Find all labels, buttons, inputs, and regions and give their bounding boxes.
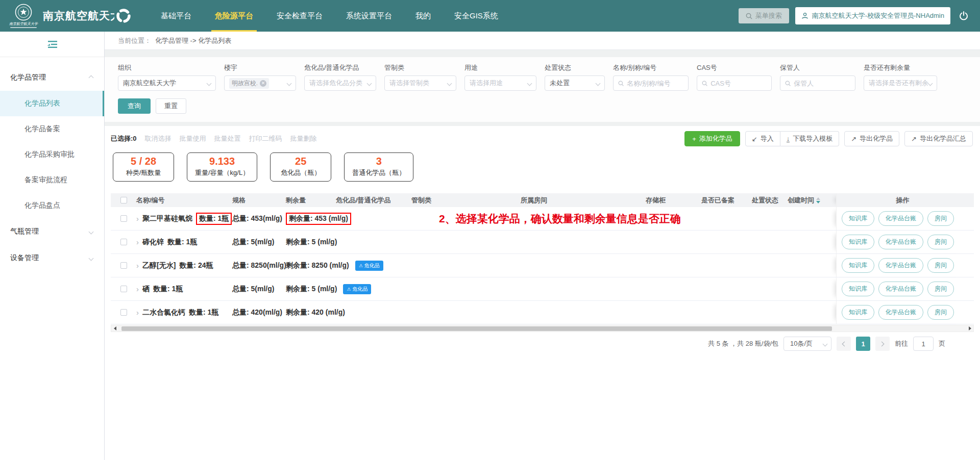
scroll-right-arrow[interactable] — [966, 326, 973, 330]
chemical-ledger-button[interactable]: 化学品台账 — [878, 258, 923, 273]
chemical-ledger-button[interactable]: 化学品台账 — [878, 235, 923, 249]
add-chemical-button[interactable]: + 添加化学品 — [684, 131, 740, 146]
logout-power-icon[interactable] — [959, 11, 969, 21]
sidebar-item-chemical-inventory[interactable]: 化学品盘点 — [0, 193, 104, 218]
expand-row-icon[interactable]: › — [136, 238, 139, 246]
organization-select[interactable]: 南京航空航天大学 — [118, 75, 216, 91]
stat-weight-volume: 9.133 重量/容量（kg/L） — [187, 152, 257, 182]
import-button-group: ↙ 导入 ↓ 下载导入模板 — [745, 131, 839, 146]
sidebar-item-purchase-approval[interactable]: 化学品采购审批 — [0, 142, 104, 167]
has-remaining-select[interactable]: 请选择是否还有剩余 — [864, 75, 937, 91]
print-qrcode-link[interactable]: 打印二维码 — [249, 134, 282, 143]
goto-page-input[interactable] — [913, 337, 934, 351]
horizontal-scrollbar[interactable] — [111, 325, 974, 332]
export-arrow-icon: ↗ — [911, 136, 917, 142]
control-type-select[interactable]: 请选择管制类 — [384, 75, 456, 91]
chemical-ledger-button[interactable]: 化学品台账 — [878, 211, 923, 226]
chemical-ledger-button[interactable]: 化学品台账 — [878, 305, 923, 320]
nav-item-basic-platform[interactable]: 基础平台 — [149, 0, 203, 32]
room-button[interactable]: 房间 — [927, 235, 954, 249]
remove-tag-icon[interactable]: ✕ — [260, 80, 266, 87]
import-button[interactable]: ↙ 导入 — [745, 131, 780, 146]
chemical-remaining: 剩余量: 8250 (ml/g) — [286, 261, 349, 270]
room-button[interactable]: 房间 — [927, 305, 954, 320]
add-chemical-label: 添加化学品 — [699, 134, 732, 143]
select-all-checkbox[interactable] — [120, 197, 127, 203]
nav-item-mine[interactable]: 我的 — [404, 0, 443, 32]
bulk-delete-link[interactable]: 批量删除 — [290, 134, 317, 143]
query-button[interactable]: 查询 — [118, 98, 151, 114]
search-icon — [746, 13, 752, 19]
sidebar-group-chemical-management[interactable]: 化学品管理 — [0, 64, 104, 91]
user-account[interactable]: 南京航空航天大学-校级安全管理员-NHAdmin — [795, 7, 950, 24]
plus-icon: + — [692, 136, 696, 142]
import-label: 导入 — [761, 134, 774, 143]
row-checkbox[interactable] — [120, 262, 127, 269]
header-cabinet: 存储柜 — [646, 196, 701, 205]
chevron-down-icon — [207, 81, 212, 86]
search-icon — [618, 80, 624, 87]
prev-page-button[interactable] — [837, 337, 851, 351]
building-select[interactable]: 明故宫校... ✕ — [224, 75, 296, 91]
sidebar-item-chemical-filing[interactable]: 化学品备案 — [0, 116, 104, 142]
sidebar-group-equipment[interactable]: 设备管理 — [0, 245, 104, 271]
reset-button[interactable]: 重置 — [156, 98, 186, 114]
nav-item-safety-check-platform[interactable]: 安全检查平台 — [265, 0, 334, 32]
knowledge-base-button[interactable]: 知识库 — [842, 258, 874, 273]
knowledge-base-button[interactable]: 知识库 — [842, 211, 874, 226]
cas-search-input[interactable] — [710, 80, 767, 87]
warning-icon: ⚠ — [359, 263, 363, 268]
page-size-select[interactable]: 10条/页 — [783, 337, 831, 351]
room-button[interactable]: 房间 — [927, 258, 954, 273]
sort-carets[interactable] — [816, 197, 820, 203]
next-page-button[interactable] — [875, 337, 890, 351]
header-filed: 是否已备案 — [701, 196, 752, 205]
knowledge-base-button[interactable]: 知识库 — [842, 305, 874, 320]
custodian-search-input[interactable] — [794, 80, 850, 87]
expand-row-icon[interactable]: › — [136, 262, 139, 269]
current-page[interactable]: 1 — [856, 337, 870, 351]
disposal-status-select[interactable]: 未处置 — [545, 75, 605, 91]
hazardous-badge-label: 危化品 — [364, 262, 380, 269]
name-search-input[interactable] — [627, 80, 683, 87]
filter-label: 是否还有剩余量 — [864, 63, 937, 71]
menu-search-button[interactable]: 菜单搜索 — [739, 8, 789, 23]
expand-row-icon[interactable]: › — [136, 215, 139, 222]
collapse-sidebar-icon[interactable] — [46, 40, 58, 49]
scroll-left-arrow[interactable] — [111, 326, 118, 330]
sidebar-group-gas-cylinder[interactable]: 气瓶管理 — [0, 218, 104, 245]
nav-item-hazard-platform[interactable]: 危险源平台 — [203, 0, 265, 32]
bulk-dispose-link[interactable]: 批量处置 — [214, 134, 241, 143]
hazard-category-select[interactable]: 请选择危化品分类 — [304, 75, 376, 91]
usage-select[interactable]: 请选择用途 — [464, 75, 536, 91]
row-checkbox[interactable] — [120, 309, 127, 316]
expand-row-icon[interactable]: › — [136, 285, 139, 293]
sidebar-item-filing-approval-flow[interactable]: 备案审批流程 — [0, 167, 104, 193]
nav-item-system-settings-platform[interactable]: 系统设置平台 — [334, 0, 404, 32]
breadcrumb-label: 当前位置： — [118, 36, 151, 45]
bulk-use-link[interactable]: 批量使用 — [180, 134, 206, 143]
room-button[interactable]: 房间 — [927, 211, 954, 226]
expand-row-icon[interactable]: › — [136, 309, 139, 316]
export-summary-button[interactable]: ↗ 导出化学品汇总 — [904, 131, 973, 146]
download-template-button[interactable]: ↓ 下载导入模板 — [780, 131, 840, 146]
chemical-ledger-button[interactable]: 化学品台账 — [878, 282, 923, 296]
row-checkbox[interactable] — [120, 215, 127, 222]
knowledge-base-button[interactable]: 知识库 — [842, 235, 874, 249]
platform-menu: 基础平台 危险源平台 安全检查平台 系统设置平台 我的 安全GIS系统 — [149, 0, 510, 32]
nav-item-gis-system[interactable]: 安全GIS系统 — [443, 0, 510, 32]
sidebar-item-chemical-list[interactable]: 化学品列表 — [0, 91, 104, 116]
table-row: › 聚二甲基硅氧烷 数量: 1瓶 总量: 453(ml/g) 剩余量: 453 … — [111, 207, 974, 231]
chevron-down-icon — [447, 81, 452, 86]
export-chemicals-button[interactable]: ↗ 导出化学品 — [844, 131, 899, 146]
scrollbar-thumb[interactable] — [121, 326, 832, 331]
cancel-selection-link[interactable]: 取消选择 — [145, 134, 172, 143]
knowledge-base-button[interactable]: 知识库 — [842, 282, 874, 296]
selected-count: 已选择:0 — [111, 134, 137, 143]
chevron-down-icon — [367, 81, 372, 86]
row-checkbox[interactable] — [120, 286, 127, 292]
remaining-highlight-box: 剩余量: 453 (ml/g) — [286, 213, 351, 225]
row-checkbox[interactable] — [120, 239, 127, 245]
chemical-total: 总量: 5(ml/g) — [232, 238, 286, 247]
room-button[interactable]: 房间 — [927, 282, 954, 296]
